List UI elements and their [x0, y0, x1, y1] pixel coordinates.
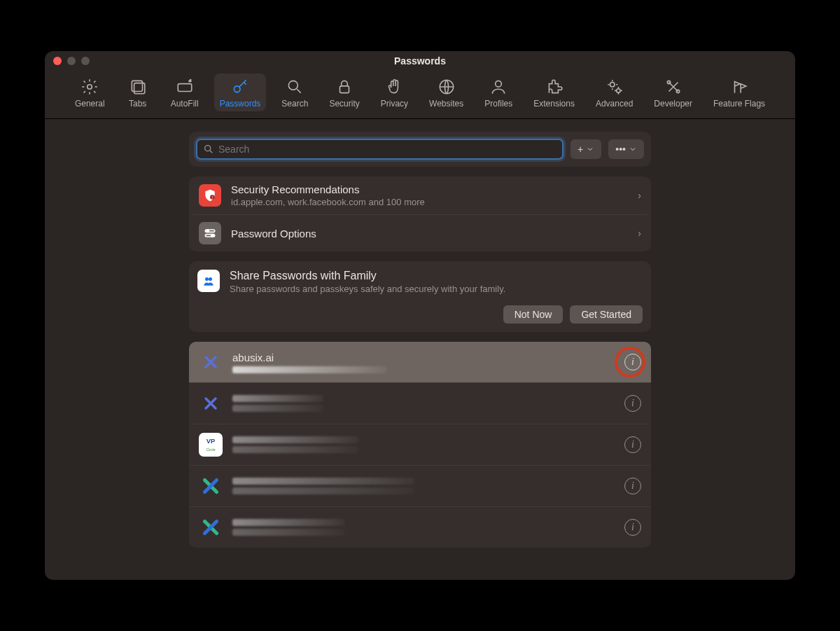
puzzle-icon — [545, 78, 564, 96]
svg-point-21 — [209, 277, 212, 281]
info-button[interactable]: i — [624, 478, 641, 494]
tab-label: Privacy — [381, 99, 408, 109]
not-now-button[interactable]: Not Now — [503, 305, 564, 324]
tab-label: Tabs — [129, 99, 146, 109]
svg-rect-2 — [134, 83, 144, 94]
blurred-username — [232, 529, 344, 536]
window-title: Passwords — [45, 55, 795, 67]
key-icon — [231, 78, 249, 96]
tab-privacy[interactable]: Privacy — [375, 74, 414, 111]
chevron-right-icon: › — [638, 190, 641, 201]
info-button[interactable]: i — [624, 436, 641, 453]
share-title: Share Passwords with Family — [230, 270, 643, 282]
preferences-window: Passwords General Tabs AutoFill Password… — [45, 51, 795, 580]
blurred-site — [232, 519, 344, 526]
site-name: abusix.ai — [232, 352, 615, 363]
add-password-button[interactable]: + — [570, 139, 601, 159]
tab-extensions[interactable]: Extensions — [528, 74, 580, 111]
password-row[interactable]: i — [189, 383, 651, 424]
site-icon: VPCircle — [199, 433, 223, 457]
flags-icon — [730, 78, 748, 96]
hand-icon — [385, 78, 403, 96]
ellipsis-icon: ••• — [615, 144, 626, 155]
close-window-button[interactable] — [53, 57, 62, 65]
svg-point-8 — [496, 81, 502, 87]
tab-label: Passwords — [220, 99, 261, 109]
search-icon — [203, 144, 214, 155]
blurred-username — [232, 446, 358, 453]
tab-websites[interactable]: Websites — [424, 74, 469, 111]
gears-icon — [606, 78, 624, 96]
svg-point-10 — [616, 89, 620, 92]
lock-icon — [335, 78, 354, 96]
svg-text:VP: VP — [206, 438, 215, 445]
info-button[interactable]: i — [624, 395, 641, 412]
search-icon — [286, 78, 304, 96]
family-icon — [197, 270, 220, 292]
tab-advanced[interactable]: Advanced — [590, 74, 638, 111]
share-subtitle: Share passwords and passkeys safely and … — [230, 284, 643, 294]
password-options-row[interactable]: Password Options › — [193, 215, 647, 251]
more-actions-button[interactable]: ••• — [608, 139, 644, 159]
share-family-panel: Share Passwords with Family Share passwo… — [189, 261, 651, 332]
tab-label: Advanced — [596, 99, 633, 109]
svg-point-17 — [206, 230, 209, 232]
zoom-window-button[interactable] — [81, 57, 90, 65]
password-row[interactable]: i — [189, 466, 651, 507]
blurred-site — [232, 395, 323, 402]
svg-point-13 — [205, 146, 211, 151]
site-icon — [199, 350, 223, 374]
tab-feature-flags[interactable]: Feature Flags — [708, 74, 771, 111]
tab-label: Feature Flags — [713, 99, 765, 109]
tools-icon — [664, 78, 682, 96]
site-icon — [199, 515, 223, 539]
site-icon — [199, 474, 223, 498]
svg-point-19 — [211, 235, 214, 237]
svg-rect-1 — [132, 81, 142, 91]
toggles-icon — [199, 222, 221, 244]
tab-search[interactable]: Search — [276, 74, 314, 111]
password-row[interactable]: abusix.ai i — [189, 342, 651, 383]
get-started-button[interactable]: Get Started — [570, 305, 643, 324]
tab-label: Security — [329, 99, 359, 109]
svg-rect-6 — [340, 86, 349, 93]
gear-icon — [80, 78, 99, 96]
info-button[interactable]: i — [624, 354, 641, 370]
tab-label: General — [75, 99, 105, 109]
tab-label: AutoFill — [171, 99, 199, 109]
tab-passwords[interactable]: Passwords — [214, 74, 267, 111]
password-row[interactable]: VPCircle i — [189, 424, 651, 466]
titlebar: Passwords — [45, 51, 795, 71]
globe-icon — [438, 78, 456, 96]
search-input[interactable] — [218, 144, 556, 155]
tab-tabs[interactable]: Tabs — [120, 74, 155, 111]
tab-security[interactable]: Security — [323, 74, 365, 111]
row-subtitle: id.apple.com, work.facebook.com and 100 … — [231, 197, 628, 207]
tab-label: Profiles — [484, 99, 512, 109]
tab-label: Developer — [654, 99, 692, 109]
chevron-down-icon — [629, 145, 637, 153]
autofill-icon — [176, 78, 194, 96]
svg-point-20 — [205, 277, 209, 281]
security-recommendations-row[interactable]: ! Security Recommendations id.apple.com,… — [193, 176, 647, 215]
content-area: + ••• ! Security Recommendations id.appl… — [45, 119, 795, 580]
svg-point-9 — [610, 83, 615, 88]
minimize-window-button[interactable] — [67, 57, 76, 65]
row-title: Security Recommendations — [231, 183, 628, 195]
info-button[interactable]: i — [624, 519, 641, 536]
search-field-wrapper[interactable] — [196, 139, 564, 160]
tab-profiles[interactable]: Profiles — [479, 74, 518, 111]
svg-rect-3 — [178, 84, 192, 92]
tab-general[interactable]: General — [69, 74, 111, 111]
tab-label: Search — [281, 99, 308, 109]
svg-text:!: ! — [212, 195, 213, 200]
chevron-right-icon: › — [638, 228, 641, 239]
preferences-toolbar: General Tabs AutoFill Passwords Search S… — [45, 71, 795, 119]
blurred-username — [232, 366, 386, 373]
search-panel: + ••• — [189, 132, 651, 167]
shield-alert-icon: ! — [199, 184, 221, 207]
password-row[interactable]: i — [189, 507, 651, 548]
tab-developer[interactable]: Developer — [648, 74, 698, 111]
tab-autofill[interactable]: AutoFill — [165, 74, 204, 111]
blurred-username — [232, 405, 323, 412]
